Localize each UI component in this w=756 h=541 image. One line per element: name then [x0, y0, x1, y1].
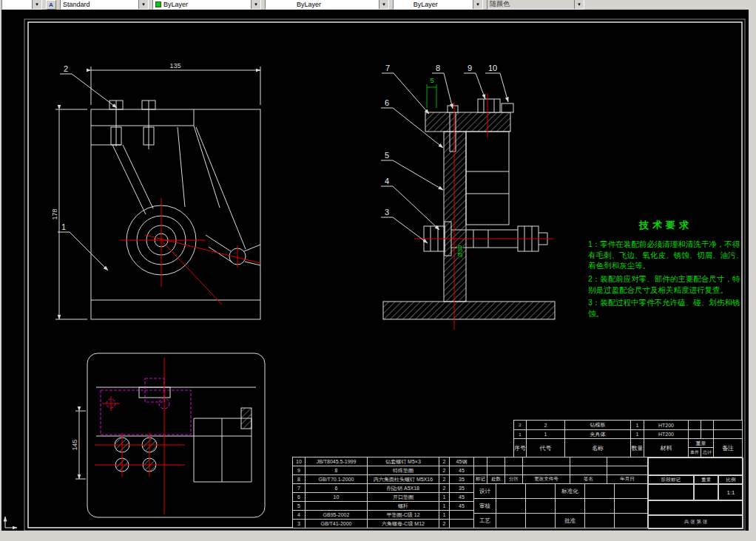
bom-cell-no: 7 [293, 484, 305, 492]
bom-cell-name: 夹具体 [564, 430, 630, 438]
bom-cell-no: 10 [293, 457, 305, 466]
bom-cell-code: GB/T41-2000 [305, 520, 367, 528]
tech-requirements: 技术要求 1：零件在装配前必须清理和清洗干净，不得有毛刺、飞边、氧化皮、锈蚀、切… [588, 219, 743, 321]
bom-header-total: 总计 [701, 448, 713, 457]
bom-cell-name: 平垫圈-C级 12 [367, 511, 439, 519]
bom-cell-code: 10 [305, 493, 367, 501]
bom-row: 7 6 削边销 A5X18 2 35 [293, 483, 473, 492]
bom-cell-name: 钻模板 [564, 421, 630, 429]
workspace-dropdown[interactable]: ▼ [1, 0, 42, 10]
chevron-down-icon[interactable]: ▼ [138, 0, 148, 9]
svg-text:1: 1 [61, 222, 66, 231]
chevron-down-icon[interactable]: ▼ [251, 0, 260, 9]
bom-header-unit: 单件 [689, 448, 701, 457]
text-style-button[interactable]: A [46, 0, 56, 10]
bom-cell-code: JB/T8045.5-1999 [305, 457, 367, 466]
bom-cell-name: 开口垫圈 [367, 493, 439, 501]
bom-header-qty: 数量 [630, 439, 644, 457]
bom-cell-no: 5 [293, 502, 305, 510]
bom-cell-material: 45钢 [449, 457, 473, 466]
balloon-8: 8 [436, 64, 440, 72]
titleblock-design-label: 设计 [474, 484, 496, 499]
bom-cell-no: 8 [293, 475, 305, 483]
front-view [91, 101, 260, 319]
bom-cell-name: 钻套螺钉 M5×3 [367, 457, 439, 466]
chevron-down-icon[interactable]: ▼ [32, 0, 41, 9]
titleblock-sheet-info: 共 张 第 张 [648, 515, 743, 529]
bom-row: 10 JB/T8045.5-1999 钻套螺钉 M5×3 2 45钢 [293, 457, 473, 466]
bom-cell-no: 9 [293, 466, 305, 474]
chevron-down-icon[interactable]: ▼ [473, 0, 482, 9]
titleblock-process-label: 工艺 [474, 514, 496, 528]
bom-cell-material: 45 [449, 502, 473, 510]
bom-cell-qty: 1 [630, 430, 644, 438]
dim-5: 5 [431, 77, 434, 84]
bom-cell-name: 内六角圆柱头螺钉 M5X16 [367, 475, 439, 483]
bom-header-no: 序号 [514, 439, 526, 457]
color-value: ByLayer [163, 1, 188, 8]
rev-label-date: 年月日 [607, 475, 648, 484]
bom-cell-code: 1 [526, 430, 564, 438]
drawing-canvas[interactable]: 135 178 2 1 [1, 10, 749, 531]
chevron-down-icon[interactable]: ▼ [574, 0, 584, 9]
dim-135: 135 [169, 62, 180, 69]
rev-label-mark: 标记 [474, 475, 487, 484]
bom-cell-empty [688, 430, 701, 438]
bom-cell-qty: 2 [439, 475, 449, 483]
titleblock-scale-label: 比例 [718, 475, 743, 484]
bom-header-row: 序号 代号 名称 数量 材料 重量 单件 总计 备注 [514, 438, 742, 457]
balloon-6: 6 [385, 98, 389, 107]
bom-cell-code: 8 [305, 466, 367, 474]
bom-cell-qty: 2 [439, 466, 449, 474]
bom-row: 1 1 夹具体 1 HT200 [514, 429, 742, 438]
title-block: 标记 处数 分区 更改文件号 签名 年月日 设计 标准化 审核 工艺 批准 阶段… [473, 457, 743, 528]
bom-row: 6 10 开口垫圈 1 45 [293, 492, 473, 501]
bom-cell-code: GB95-2002 [305, 511, 367, 519]
plotstyle-dropdown[interactable]: 随颜色 ▼ [487, 0, 584, 10]
balloon-4: 4 [385, 177, 389, 186]
bom-header-weight: 重量 [689, 439, 713, 448]
balloon-7: 7 [385, 64, 390, 72]
bom-header-name: 名称 [564, 439, 630, 457]
balloon-3: 3 [385, 208, 389, 217]
titleblock-scale-value: 1:1 [718, 484, 743, 500]
titleblock-stage-mark-label: 阶段标记 [648, 475, 694, 484]
tech-requirement-item: 1：零件在装配前必须清理和清洗干净，不得有毛刺、飞边、氧化皮、锈蚀、切屑、油污、… [588, 239, 743, 271]
balloon-9: 9 [468, 64, 472, 72]
title-block-signature-grid: 设计 标准化 审核 工艺 批准 [474, 484, 648, 528]
top-view-dimensions: 145 [71, 411, 86, 479]
color-dropdown[interactable]: ByLayer ▼ [152, 0, 261, 10]
ucs-icon [5, 517, 17, 528]
titleblock-stage-mark-cell [648, 484, 694, 500]
bom-cell-name: 六角螺母-C级 M12 [367, 520, 439, 528]
bom-table-right: 2 2 钻模板 1 HT200 1 1 夹具体 1 HT200 序号 代号 名称… [513, 420, 743, 457]
bom-cell-name: 特殊垫圈 [367, 466, 439, 474]
top-view [87, 353, 265, 517]
linetype-dropdown[interactable]: ByLayer ▼ [265, 0, 389, 10]
tech-requirements-title: 技术要求 [588, 219, 743, 232]
chevron-down-icon[interactable]: ▼ [379, 0, 388, 9]
bom-row: 4 GB95-2002 平垫圈-C级 12 1 [293, 510, 473, 519]
lineweight-dropdown[interactable]: ByLayer ▼ [393, 0, 483, 10]
bom-cell-code: 6 [305, 484, 367, 492]
bom-cell-qty: 2 [439, 520, 449, 528]
balloon-2: 2 [60, 64, 117, 108]
dim-178: 178 [51, 208, 58, 220]
bom-cell-code [305, 502, 367, 510]
bom-cell-no: 3 [293, 520, 305, 528]
bom-cell-empty [701, 430, 713, 438]
color-swatch-icon [155, 1, 161, 7]
titleblock-standardize-label: 标准化 [556, 484, 585, 499]
bom-cell-qty: 1 [630, 421, 644, 429]
bom-row: 2 2 钻模板 1 HT200 [514, 421, 742, 429]
bom-row: 8 GB/T70.1-2000 内六角圆柱头螺钉 M5X16 2 35 [293, 474, 473, 483]
bom-cell-qty: 2 [439, 484, 449, 492]
balloon-5: 5 [385, 151, 389, 160]
balloon-10: 10 [488, 64, 497, 72]
bom-header-remark: 备注 [713, 439, 742, 457]
style-dropdown[interactable]: Standard ▼ [60, 0, 149, 10]
tech-requirement-item: 3：装配过程中零件不允许磕、碰、划伤和锈蚀。 [588, 297, 743, 319]
bom-cell-material: 35 [449, 475, 473, 483]
bom-cell-empty [701, 421, 713, 429]
bom-header-material: 材料 [644, 439, 688, 457]
